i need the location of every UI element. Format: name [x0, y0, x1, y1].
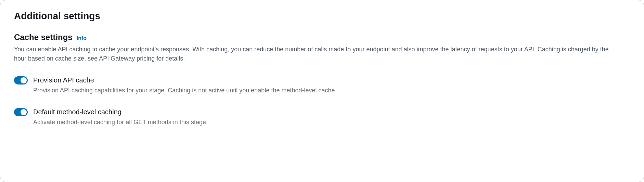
provision-api-cache-label: Provision API cache — [33, 76, 337, 84]
default-method-level-caching-label: Default method-level caching — [33, 107, 208, 116]
toggle-knob-icon — [21, 77, 27, 83]
cache-settings-description: You can enable API caching to cache your… — [14, 45, 616, 63]
section-title: Additional settings — [14, 11, 630, 22]
toggle-knob-icon — [21, 109, 27, 115]
default-method-level-caching-description: Activate method-level caching for all GE… — [33, 118, 208, 127]
info-link[interactable]: Info — [77, 35, 87, 41]
default-method-level-caching-content: Default method-level caching Activate me… — [33, 107, 208, 127]
additional-settings-panel: Additional settings Cache settings Info … — [0, 0, 644, 182]
provision-api-cache-description: Provision API caching capabilities for y… — [33, 86, 337, 95]
default-method-level-caching-row: Default method-level caching Activate me… — [14, 107, 630, 127]
provision-api-cache-toggle[interactable] — [14, 76, 28, 84]
cache-settings-title: Cache settings — [14, 32, 73, 42]
provision-api-cache-content: Provision API cache Provision API cachin… — [33, 76, 337, 95]
cache-settings-header: Cache settings Info — [14, 32, 630, 42]
provision-api-cache-row: Provision API cache Provision API cachin… — [14, 76, 630, 95]
default-method-level-caching-toggle[interactable] — [14, 108, 28, 116]
